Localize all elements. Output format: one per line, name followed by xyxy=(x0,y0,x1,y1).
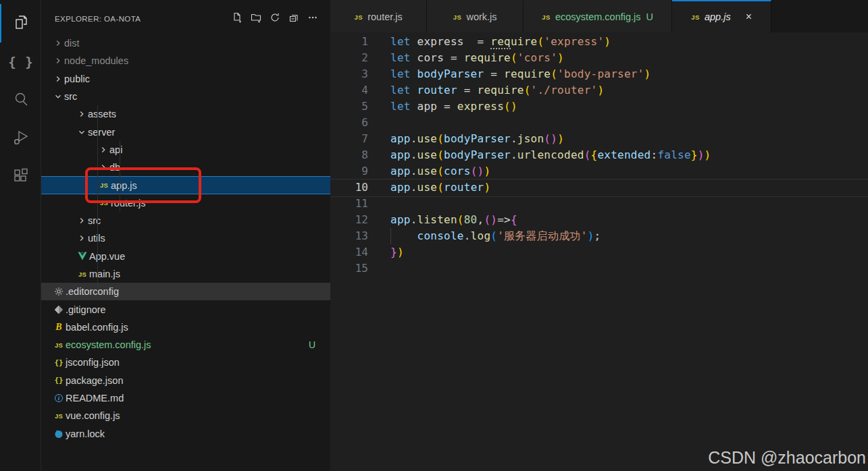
tree-item-src[interactable]: src xyxy=(41,88,330,105)
line-number: 6 xyxy=(330,115,368,131)
code-line[interactable]: 11 xyxy=(330,196,868,212)
code-editor[interactable]: 1let express = require('express')2let co… xyxy=(330,32,868,277)
tree-item-public[interactable]: public xyxy=(41,70,330,88)
tree-item-label: utils xyxy=(88,233,105,244)
collapse-all-icon[interactable] xyxy=(288,12,299,26)
tree-item-babel.config.js[interactable]: Bbabel.config.js xyxy=(41,318,330,336)
code-line[interactable]: 14}) xyxy=(330,244,868,260)
code-line[interactable]: 2let cors = require('cors') xyxy=(330,50,868,66)
tree-item-label: api xyxy=(109,144,122,155)
js-file-icon: JS xyxy=(542,13,555,21)
chevron-down-icon xyxy=(76,128,88,137)
tree-item-yarn.lock[interactable]: yarn.lock xyxy=(41,425,330,443)
code-line[interactable]: 13 console.log('服务器启动成功'); xyxy=(330,228,868,244)
tree-item-label: .gitignore xyxy=(66,304,106,315)
explorer-sidebar: EXPLORER: OA-NOTA distnode_modulespublic… xyxy=(41,0,330,471)
tree-item-label: server xyxy=(88,127,115,138)
babel-file-icon: B xyxy=(52,322,66,333)
tree-item-.editorconfig[interactable]: .editorconfig xyxy=(41,283,330,300)
tree-item-api[interactable]: api xyxy=(41,141,330,159)
tree-item-db[interactable]: db xyxy=(41,159,330,176)
new-file-icon[interactable] xyxy=(232,12,242,26)
indent-guide-server xyxy=(120,141,120,212)
new-folder-icon[interactable] xyxy=(251,12,261,26)
tab-label: ecosystem.config.js xyxy=(555,11,641,22)
activity-extensions[interactable] xyxy=(0,158,41,196)
tree-item-vue.config.js[interactable]: JSvue.config.js xyxy=(41,407,330,424)
yarn-icon xyxy=(54,429,63,439)
js-icon: JS xyxy=(355,13,363,21)
watermark: CSDN @zhaocarbon xyxy=(708,448,866,468)
activity-run-debug[interactable] xyxy=(0,119,41,158)
vue-icon xyxy=(78,252,87,260)
code-line-content: let cors = require('cors') xyxy=(368,50,564,66)
tab-label: router.js xyxy=(367,11,403,22)
refresh-icon[interactable] xyxy=(270,12,280,26)
git-status-badge: U xyxy=(646,11,653,22)
tree-item-label: README.md xyxy=(66,393,124,404)
tab-ecosystem.config.js[interactable]: JSecosystem.config.jsU xyxy=(524,0,672,32)
tree-item-App.vue[interactable]: App.vue xyxy=(41,248,330,265)
js-icon: JS xyxy=(453,13,461,21)
tree-item-assets[interactable]: assets xyxy=(41,105,330,123)
code-line[interactable]: 5let app = express() xyxy=(330,99,868,115)
tree-item-server[interactable]: server xyxy=(41,123,330,140)
close-icon[interactable]: × xyxy=(746,11,752,22)
line-number: 12 xyxy=(330,212,368,228)
code-line[interactable]: 12app.listen(80,()=>{ xyxy=(330,212,868,228)
code-line[interactable]: 9app.use(cors()) xyxy=(330,163,868,179)
code-line[interactable]: 8app.use(bodyParser.urlencoded({extended… xyxy=(330,147,868,163)
code-line[interactable]: 4let router = require('./router') xyxy=(330,82,868,99)
tree-item-main.js[interactable]: JSmain.js xyxy=(41,265,330,283)
chevron-right-icon xyxy=(76,216,88,225)
more-actions-icon[interactable] xyxy=(307,12,318,26)
code-line-content: let router = require('./router') xyxy=(368,82,604,99)
js-file-icon: JS xyxy=(97,182,111,189)
activity-search[interactable] xyxy=(0,81,41,119)
tab-router.js[interactable]: JSrouter.js xyxy=(330,0,427,32)
json-icon: {} xyxy=(54,358,63,367)
git-status-badge: U xyxy=(309,339,315,350)
code-line[interactable]: 3let bodyParser = require('body-parser') xyxy=(330,66,868,82)
activity-explorer[interactable] xyxy=(0,4,41,43)
code-line-content: console.log('服务器启动成功'); xyxy=(368,228,601,244)
tree-item-ecosystem.config.js[interactable]: JSecosystem.config.jsU xyxy=(41,336,330,354)
info-file-icon: i xyxy=(52,394,66,402)
tree-item-utils[interactable]: utils xyxy=(41,229,330,247)
activity-json-braces[interactable]: { } xyxy=(0,43,41,81)
code-line[interactable]: 15 xyxy=(330,260,868,277)
js-file-icon: JS xyxy=(691,13,705,21)
code-line-content xyxy=(368,115,390,131)
tree-item-app.js[interactable]: JSapp.js xyxy=(41,176,330,194)
code-line[interactable]: 1let express = require('express') xyxy=(330,34,868,50)
line-number: 9 xyxy=(330,163,368,179)
file-tree: distnode_modulespublicsrcassetsserverapi… xyxy=(41,34,330,443)
code-line-content: app.use(bodyParser.json()) xyxy=(368,131,564,147)
js-file-icon: JS xyxy=(97,199,111,206)
tree-item-label: jsconfig.json xyxy=(66,357,120,368)
tree-item-dist[interactable]: dist xyxy=(41,34,330,52)
tab-work.js[interactable]: JSwork.js xyxy=(427,0,524,32)
tree-item-package.json[interactable]: {}package.json xyxy=(41,372,330,389)
tree-item-label: App.vue xyxy=(89,251,125,262)
tab-app.js[interactable]: JSapp.js× xyxy=(672,0,771,32)
gear-icon xyxy=(54,287,63,296)
js-file-icon: JS xyxy=(453,13,466,21)
line-number: 1 xyxy=(330,34,368,50)
tree-item-README.md[interactable]: iREADME.md xyxy=(41,389,330,407)
info-icon: i xyxy=(55,394,63,402)
code-line[interactable]: 10app.use(router) xyxy=(330,179,868,196)
tree-item-label: main.js xyxy=(89,269,120,279)
tree-item-src[interactable]: src xyxy=(41,212,330,229)
tree-item-.gitignore[interactable]: .gitignore xyxy=(41,300,330,318)
js-icon: JS xyxy=(55,412,63,420)
chevron-right-icon xyxy=(97,145,109,155)
vue-file-icon xyxy=(76,252,89,260)
tree-item-node_modules[interactable]: node_modules xyxy=(41,52,330,70)
code-line-content: app.listen(80,()=>{ xyxy=(368,212,517,228)
code-line[interactable]: 7app.use(bodyParser.json()) xyxy=(330,131,868,147)
tree-item-router.js[interactable]: JSrouter.js xyxy=(41,194,330,212)
explorer-title: EXPLORER: OA-NOTA xyxy=(55,15,141,23)
code-line[interactable]: 6 xyxy=(330,115,868,131)
tree-item-jsconfig.json[interactable]: {}jsconfig.json xyxy=(41,354,330,371)
